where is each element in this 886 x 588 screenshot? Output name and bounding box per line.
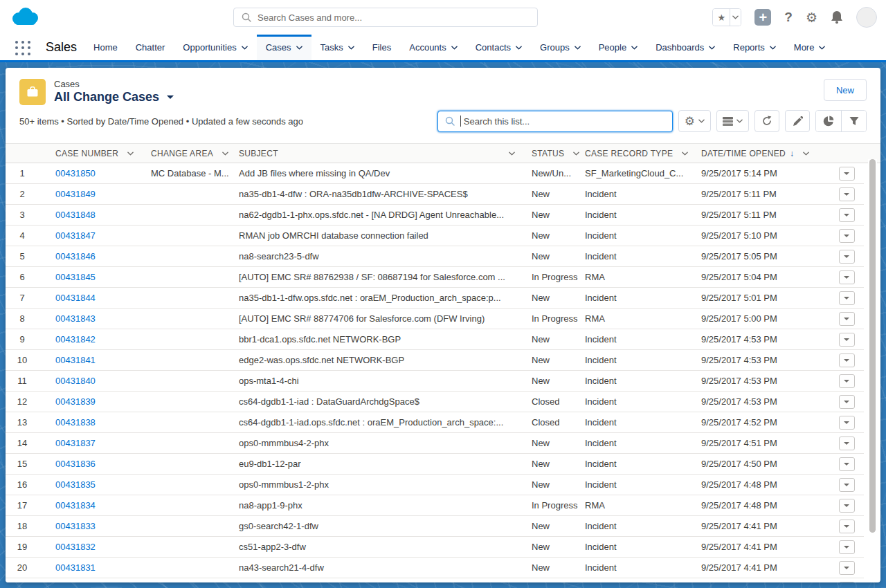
notifications-button[interactable]: [831, 10, 843, 24]
global-actions-button[interactable]: +: [754, 9, 771, 26]
table-row[interactable]: 7 00431844 na35-db1-1-dfw.ops.sfdc.net :…: [6, 288, 864, 309]
table-row[interactable]: 15 00431836 eu9-db1-12-par New Incident …: [6, 454, 864, 475]
list-search-input[interactable]: Search this list...: [437, 111, 673, 132]
row-actions-button[interactable]: [839, 478, 855, 492]
row-actions-button[interactable]: [839, 229, 855, 243]
case-number-link[interactable]: 00431841: [55, 355, 96, 365]
case-number-link[interactable]: 00431843: [55, 313, 96, 324]
row-actions-button[interactable]: [839, 250, 855, 264]
chevron-down-icon[interactable]: [573, 151, 579, 156]
filters-button[interactable]: [841, 111, 866, 131]
table-row[interactable]: 17 00431834 na8-app1-9-phx In Progress R…: [6, 495, 864, 516]
nav-item-people[interactable]: People: [590, 35, 647, 60]
case-number-link[interactable]: 00431847: [55, 230, 96, 241]
list-view-selector[interactable]: All Change Cases: [54, 90, 174, 104]
table-row[interactable]: 4 00431847 RMAN job OMRCHI database conn…: [6, 226, 864, 246]
nav-item-dashboards[interactable]: Dashboards: [647, 35, 724, 60]
case-number-link[interactable]: 00431840: [55, 376, 96, 386]
table-row[interactable]: 6 00431845 [AUTO] EMC SR# 88762938 / SF:…: [6, 267, 864, 288]
refresh-button[interactable]: [754, 110, 779, 132]
table-row[interactable]: 18 00431833 gs0-search42-1-dfw New Incid…: [6, 516, 864, 537]
case-number-link[interactable]: 00431833: [55, 521, 96, 531]
table-scrollbar-thumb[interactable]: [869, 159, 876, 533]
nav-item-groups[interactable]: Groups: [531, 35, 590, 60]
setup-button[interactable]: ⚙: [806, 10, 817, 26]
nav-item-reports[interactable]: Reports: [724, 35, 785, 60]
case-number-link[interactable]: 00431846: [55, 251, 96, 261]
table-row[interactable]: 9 00431842 bbr1-dca1.ops.sfdc.net NETWOR…: [6, 329, 864, 350]
column-header-subject[interactable]: SUBJECT: [233, 149, 526, 158]
case-number-link[interactable]: 00431845: [55, 272, 96, 282]
favorites-dropdown-button[interactable]: [730, 9, 741, 26]
row-actions-button[interactable]: [839, 561, 855, 575]
help-button[interactable]: ?: [784, 10, 793, 25]
chevron-down-icon[interactable]: [509, 151, 515, 156]
table-row[interactable]: 21 00431830 cs60-db1-4-chi.ops.sfdc.net …: [6, 578, 864, 582]
column-header-opened[interactable]: DATE/TIME OPENED ↓: [696, 149, 829, 158]
case-number-link[interactable]: 00431831: [55, 562, 96, 573]
row-actions-button[interactable]: [839, 416, 855, 430]
nav-item-accounts[interactable]: Accounts: [400, 35, 466, 60]
edit-button[interactable]: [785, 110, 810, 132]
table-scrollbar-track[interactable]: [868, 159, 877, 581]
table-row[interactable]: 8 00431843 [AUTO] EMC SR# 88774706 for S…: [6, 309, 864, 329]
favorites-star-button[interactable]: ★: [713, 9, 730, 26]
charts-button[interactable]: [816, 111, 841, 131]
row-actions-button[interactable]: [839, 582, 855, 583]
column-header-change_area[interactable]: CHANGE AREA: [145, 149, 233, 158]
row-actions-button[interactable]: [839, 167, 855, 181]
user-avatar[interactable]: [856, 7, 877, 28]
row-actions-button[interactable]: [839, 499, 855, 513]
global-search-input[interactable]: Search Cases and more...: [233, 8, 538, 27]
row-actions-button[interactable]: [839, 208, 855, 222]
table-row[interactable]: 1 00431850 MC Database - M... Add JB fil…: [6, 163, 864, 184]
chevron-down-icon[interactable]: [222, 151, 228, 156]
case-number-link[interactable]: 00431834: [55, 500, 96, 511]
nav-item-cases[interactable]: Cases: [257, 35, 311, 60]
case-number-link[interactable]: 00431850: [55, 168, 96, 178]
row-actions-button[interactable]: [839, 270, 855, 284]
row-actions-button[interactable]: [839, 312, 855, 326]
table-row[interactable]: 19 00431832 cs51-app2-3-dfw New Incident…: [6, 537, 864, 558]
nav-item-contacts[interactable]: Contacts: [467, 35, 531, 60]
table-row[interactable]: 16 00431835 ops0-mmmbus1-2-phx New Incid…: [6, 475, 864, 495]
row-actions-button[interactable]: [839, 374, 855, 388]
table-row[interactable]: 13 00431838 cs64-dgdb1-1-iad.ops.sfdc.ne…: [6, 412, 864, 433]
new-button[interactable]: New: [824, 79, 867, 101]
nav-item-home[interactable]: Home: [84, 35, 127, 60]
column-header-case_number[interactable]: CASE NUMBER: [50, 149, 145, 158]
chevron-down-icon[interactable]: [682, 151, 688, 156]
nav-item-chatter[interactable]: Chatter: [127, 35, 174, 60]
case-number-link[interactable]: 00431849: [55, 189, 96, 199]
row-actions-button[interactable]: [839, 437, 855, 450]
case-number-link[interactable]: 00431837: [55, 438, 96, 448]
case-number-link[interactable]: 00431842: [55, 334, 96, 344]
case-number-link[interactable]: 00431839: [55, 396, 96, 407]
chevron-down-icon[interactable]: [127, 151, 134, 156]
table-row[interactable]: 11 00431840 ops-mta1-4-chi New Incident …: [6, 371, 864, 392]
display-as-button[interactable]: [716, 110, 749, 132]
case-number-link[interactable]: 00431838: [55, 417, 96, 428]
table-row[interactable]: 10 00431841 edge2-was.ops.sfdc.net NETWO…: [6, 350, 864, 371]
nav-item-tasks[interactable]: Tasks: [311, 35, 363, 60]
table-row[interactable]: 12 00431839 cs64-dgdb1-1-iad : DataGuard…: [6, 392, 864, 412]
table-row[interactable]: 3 00431848 na62-dgdb1-1-phx.ops.sfdc.net…: [6, 205, 864, 226]
row-actions-button[interactable]: [839, 187, 855, 201]
column-header-record_type[interactable]: CASE RECORD TYPE: [579, 149, 696, 158]
case-number-link[interactable]: 00431836: [55, 459, 96, 469]
case-number-link[interactable]: 00431848: [55, 210, 96, 220]
nav-item-files[interactable]: Files: [363, 35, 400, 60]
nav-item-more[interactable]: More: [785, 35, 835, 60]
row-actions-button[interactable]: [839, 540, 855, 554]
row-actions-button[interactable]: [839, 520, 855, 533]
list-view-controls-button[interactable]: ⚙: [678, 110, 711, 132]
row-actions-button[interactable]: [839, 457, 855, 471]
case-number-link[interactable]: 00431844: [55, 293, 96, 303]
table-row[interactable]: 2 00431849 na35-db1-4-dfw : ORA-na35db1d…: [6, 184, 864, 205]
table-row[interactable]: 5 00431846 na8-search23-5-dfw New Incide…: [6, 246, 864, 267]
row-actions-button[interactable]: [839, 395, 855, 409]
chevron-down-icon[interactable]: [803, 151, 809, 156]
row-actions-button[interactable]: [839, 291, 855, 305]
case-number-link[interactable]: 00431835: [55, 479, 96, 490]
row-actions-button[interactable]: [839, 353, 855, 367]
